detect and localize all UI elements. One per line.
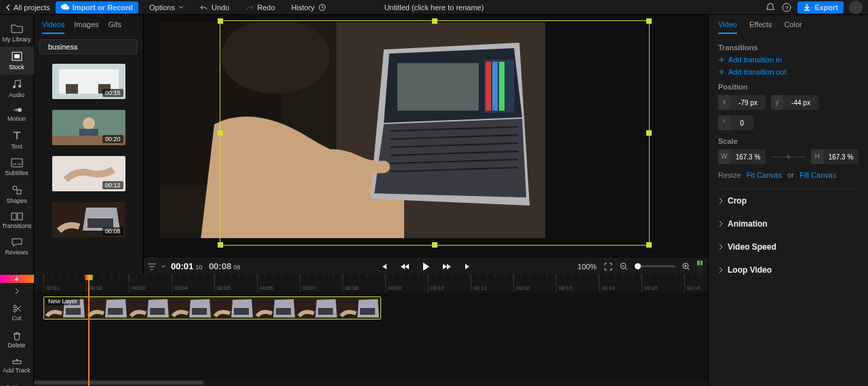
playhead[interactable] xyxy=(88,275,90,386)
scale-h-input[interactable] xyxy=(823,153,859,161)
rail-label: Shapes xyxy=(6,197,27,204)
rail-reviews[interactable]: Reviews xyxy=(0,233,34,260)
stock-thumb[interactable] xyxy=(52,64,125,99)
rewind-icon[interactable] xyxy=(400,263,410,271)
tab-effects[interactable]: Effects xyxy=(749,20,772,34)
fit-canvas-link[interactable]: Fit Canvas xyxy=(747,171,783,179)
rail-motion[interactable]: Motion xyxy=(0,102,34,126)
tab-videos[interactable]: Videos xyxy=(42,20,64,34)
svg-rect-10 xyxy=(12,159,22,167)
resize-handle[interactable] xyxy=(432,242,437,248)
skip-start-icon[interactable] xyxy=(380,263,388,271)
ruler-tick: 00:08 xyxy=(342,275,359,292)
scale-h-field[interactable]: H xyxy=(811,149,859,164)
resize-handle[interactable] xyxy=(218,242,223,248)
position-x-input[interactable] xyxy=(730,99,766,107)
zoom-slider[interactable] xyxy=(635,265,675,267)
project-title[interactable]: Untitled (click here to rename) xyxy=(384,3,484,12)
position-y-input[interactable] xyxy=(783,99,818,107)
add-track-button[interactable]: Add Track xyxy=(0,353,34,379)
scrollbar-thumb[interactable] xyxy=(34,381,203,385)
ruler-tick: 00:10 xyxy=(428,275,444,292)
stock-thumb[interactable] xyxy=(52,156,125,191)
tab-gifs[interactable]: Gifs xyxy=(108,20,122,34)
options-button[interactable]: Options xyxy=(144,1,189,14)
timeline-ruler[interactable]: 00:0100:0200:0300:0400:0500:0600:0700:08… xyxy=(34,275,708,292)
stock-thumb[interactable] xyxy=(52,202,125,237)
delete-button[interactable]: Delete xyxy=(0,326,34,353)
add-layer-button[interactable]: + xyxy=(0,275,34,283)
selection-frame[interactable] xyxy=(220,20,650,246)
loop-accordion[interactable]: Loop Video xyxy=(718,258,859,282)
ruler-tick: 00:04 xyxy=(172,275,188,292)
cloud-upload-icon xyxy=(61,3,69,12)
resize-handle[interactable] xyxy=(646,130,652,136)
forward-icon[interactable] xyxy=(442,263,452,271)
stock-thumb[interactable] xyxy=(52,110,125,145)
rotation-field[interactable]: ° xyxy=(718,115,753,130)
resize-handle[interactable] xyxy=(218,18,223,24)
ruler-tick: 00:12 xyxy=(513,275,530,292)
search-input[interactable] xyxy=(48,43,142,51)
crop-accordion[interactable]: Crop xyxy=(718,189,859,212)
fullscreen-icon[interactable] xyxy=(604,262,613,271)
redo-button[interactable]: Redo xyxy=(240,1,280,14)
fill-canvas-link[interactable]: Fill Canvas xyxy=(800,171,836,179)
bell-icon[interactable] xyxy=(765,2,776,13)
avatar[interactable] xyxy=(849,1,863,14)
resize-handle[interactable] xyxy=(432,18,437,24)
animation-accordion[interactable]: Animation xyxy=(718,212,859,235)
resize-handle[interactable] xyxy=(646,18,652,24)
skip-end-icon[interactable] xyxy=(464,263,472,271)
play-icon[interactable] xyxy=(422,262,430,271)
stock-results xyxy=(34,60,143,275)
add-transition-in[interactable]: Add transition in xyxy=(718,56,859,64)
timeline-scrollbar[interactable] xyxy=(34,379,708,386)
import-button[interactable]: Import or Record xyxy=(56,1,138,14)
scale-w-field[interactable]: W xyxy=(718,149,766,164)
music-icon xyxy=(11,79,23,90)
svg-point-9 xyxy=(12,109,14,111)
zoom-out-icon[interactable] xyxy=(620,263,628,271)
plus-icon xyxy=(718,56,725,63)
rail-audio[interactable]: Audio xyxy=(0,75,34,102)
undo-button[interactable]: Undo xyxy=(195,1,235,14)
scale-w-input[interactable] xyxy=(730,153,766,161)
svg-rect-54 xyxy=(66,308,81,315)
add-transition-out[interactable]: Add transition out xyxy=(718,68,859,76)
help-icon[interactable]: ? xyxy=(781,2,792,13)
zoom-knob[interactable] xyxy=(635,263,641,269)
speed-accordion[interactable]: Video Speed xyxy=(718,235,859,258)
scale-link[interactable] xyxy=(771,157,806,157)
timecode: 00:01 10 00:08 08 xyxy=(171,261,240,271)
expand-button[interactable] xyxy=(0,283,34,299)
search-input-wrap[interactable] xyxy=(39,39,138,54)
rail-my-library[interactable]: My Library xyxy=(0,19,34,47)
rail-stock[interactable]: Stock xyxy=(0,47,34,75)
rail-shapes[interactable]: Shapes xyxy=(0,180,34,208)
rail-transitions[interactable]: Transitions xyxy=(0,208,34,233)
zoom-in-icon[interactable] xyxy=(682,263,690,271)
filter-button[interactable] xyxy=(144,263,160,271)
cut-button[interactable]: Cut xyxy=(0,299,34,326)
export-button[interactable]: Export xyxy=(797,1,844,14)
ruler-tick: 00:05 xyxy=(214,275,231,292)
rotation-input[interactable] xyxy=(730,119,753,127)
rail-subtitles[interactable]: Subtitles xyxy=(0,154,34,180)
position-y-field[interactable]: y xyxy=(771,95,818,110)
all-projects-link[interactable]: All projects xyxy=(5,3,50,12)
position-x-field[interactable]: x xyxy=(718,95,766,110)
resize-handle[interactable] xyxy=(218,130,223,136)
settings-button[interactable]: Settings xyxy=(0,379,34,386)
chevron-down-icon[interactable] xyxy=(160,263,167,270)
resize-handle[interactable] xyxy=(646,242,652,248)
tab-images[interactable]: Images xyxy=(74,20,98,34)
tab-color[interactable]: Color xyxy=(784,20,802,34)
rail-text[interactable]: Text xyxy=(0,126,34,154)
timeline-body[interactable]: 00:0100:0200:0300:0400:0500:0600:0700:08… xyxy=(34,275,708,386)
svg-point-50 xyxy=(14,309,16,312)
video-clip[interactable]: New Layer xyxy=(43,296,381,320)
history-button[interactable]: History xyxy=(286,1,332,14)
svg-rect-14 xyxy=(18,213,22,220)
tab-video[interactable]: Video xyxy=(718,20,737,34)
